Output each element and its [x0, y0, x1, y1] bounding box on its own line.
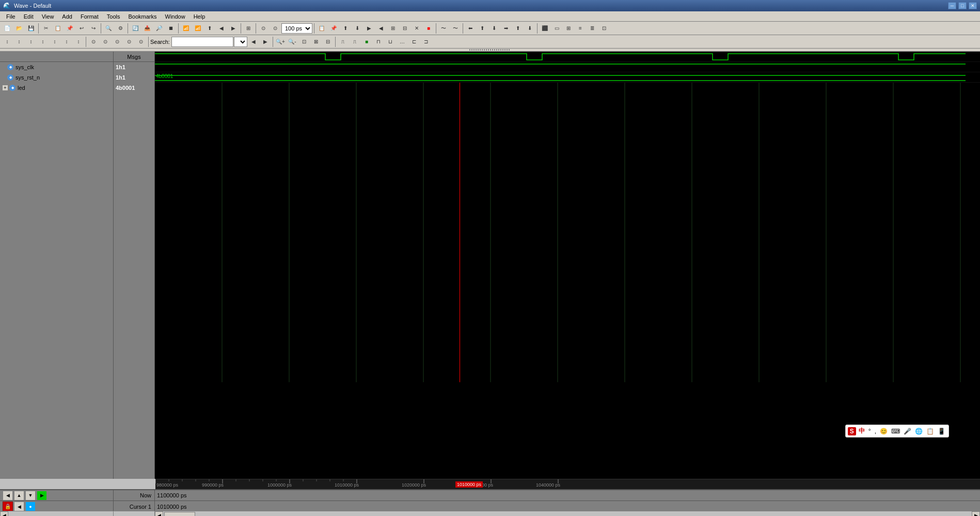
tb-red-button[interactable]: ■ — [423, 23, 434, 34]
tb-reload-button[interactable]: 🔄 — [130, 23, 141, 34]
tb2-zoom-fit-button[interactable]: ⊡ — [298, 36, 310, 48]
tb-mode1-button[interactable]: ⬛ — [539, 23, 550, 34]
tb-mode3-button[interactable]: ⊞ — [563, 23, 574, 34]
signal-row-rst[interactable]: ◆ sys_rst_n — [0, 72, 113, 83]
minimize-button[interactable]: ─ — [948, 2, 956, 9]
tb2-time1-button[interactable]: ⊙ — [88, 36, 99, 48]
tb-signal2-button[interactable]: 📶 — [192, 23, 203, 34]
tb-wave2-button[interactable]: 〜 — [450, 23, 461, 34]
ime-app1-button[interactable]: 📋 — [925, 427, 935, 435]
tb-time-prev-button[interactable]: ⊙ — [258, 23, 269, 34]
tb2-zoom-sel-button[interactable]: ⊟ — [322, 36, 334, 48]
tb-unmark-button[interactable]: ◀ — [375, 23, 387, 34]
ime-s-button[interactable]: S — [848, 427, 856, 435]
scroll-thumb[interactable] — [164, 512, 195, 517]
tb2-time5-button[interactable]: ⊙ — [135, 36, 147, 48]
tb2-zoom-in-button[interactable]: 🔍+ — [275, 36, 286, 48]
tb-backward-button[interactable]: ◀ — [216, 23, 227, 34]
tb-new-button[interactable]: 📄 — [2, 23, 13, 34]
tb2-time4-button[interactable]: ⊙ — [123, 36, 135, 48]
tb2-zoom-full-button[interactable]: ⊠ — [310, 36, 322, 48]
tb2-sig2-button[interactable]: ↕ — [13, 36, 25, 48]
tb-mark-button[interactable]: ▶ — [363, 23, 375, 34]
menu-format[interactable]: Format — [76, 13, 103, 20]
search-input[interactable] — [171, 37, 233, 47]
status-icon1-button[interactable]: ◀ — [14, 502, 24, 511]
tb-mode2-button[interactable]: ▭ — [551, 23, 562, 34]
search-type-select[interactable]: ▼ — [234, 37, 247, 47]
tb-del-marker-button[interactable]: ⊟ — [399, 23, 410, 34]
ime-zh-button[interactable]: 中 — [858, 426, 866, 436]
tb-open-button[interactable]: 📂 — [13, 23, 25, 34]
tb-nav2-button[interactable]: ⬆ — [477, 23, 488, 34]
tb-find-button[interactable]: 🔍 — [103, 23, 114, 34]
tb-cut-button[interactable]: ✂ — [40, 23, 52, 34]
tb2-zoom-out-button[interactable]: 🔍- — [287, 36, 298, 48]
tb-mode5-button[interactable]: ≣ — [587, 23, 598, 34]
tb-up-button[interactable]: ⬆ — [340, 23, 351, 34]
tb-save-button[interactable]: 💾 — [25, 23, 37, 34]
horizontal-scrollbar[interactable]: ◀ ◀ ▶ — [0, 511, 980, 516]
tb2-wave-high-button[interactable]: ⎍ — [337, 36, 349, 48]
tb-copy-button[interactable]: 📋 — [52, 23, 64, 34]
tb2-wave-last-button[interactable]: ⊐ — [420, 36, 432, 48]
tb2-wave-step-button[interactable]: ⊓ — [373, 36, 384, 48]
tb2-time3-button[interactable]: ⊙ — [112, 36, 123, 48]
tb-time-next-button[interactable]: ⊙ — [270, 23, 281, 34]
tb-paste2-button[interactable]: 📌 — [328, 23, 339, 34]
tb-settings-button[interactable]: ⚙ — [115, 23, 126, 34]
tb-nav5-button[interactable]: ⬆ — [512, 23, 524, 34]
tb-paste-button[interactable]: 📌 — [64, 23, 75, 34]
tb-wave1-button[interactable]: 〜 — [438, 23, 449, 34]
tb-mode6-button[interactable]: ⊡ — [598, 23, 610, 34]
tb2-search-next-button[interactable]: ▶ — [260, 36, 271, 48]
tb2-sig3-button[interactable]: ↕ — [25, 36, 37, 48]
tb2-search-prev-button[interactable]: ◀ — [248, 36, 259, 48]
tb2-wave-type-button[interactable]: ⊏ — [408, 36, 420, 48]
tb2-sig6-button[interactable]: ↕ — [61, 36, 72, 48]
menu-file[interactable]: File — [2, 13, 20, 20]
tb-nav6-button[interactable]: ⬇ — [524, 23, 535, 34]
tb-nav3-button[interactable]: ⬇ — [488, 23, 500, 34]
tb2-sig5-button[interactable]: ↕ — [49, 36, 60, 48]
tb-clear-button[interactable]: ✕ — [411, 23, 422, 34]
status-nav1-button[interactable]: ◀ — [3, 491, 13, 501]
ime-keyboard-button[interactable]: ⌨ — [890, 427, 901, 435]
status-nav2-button[interactable]: ▲ — [14, 491, 24, 501]
tb-nav1-button[interactable]: ⬅ — [465, 23, 476, 34]
tb2-wave-fill-button[interactable]: ■ — [361, 36, 372, 48]
signal-row-clk[interactable]: ◆ sys_clk — [0, 62, 113, 72]
tb-add-marker-button[interactable]: ⊞ — [387, 23, 399, 34]
tb-mode4-button[interactable]: ≡ — [575, 23, 586, 34]
menu-add[interactable]: Add — [58, 13, 76, 20]
ime-globe-button[interactable]: 🌐 — [914, 427, 924, 435]
menu-tools[interactable]: Tools — [103, 13, 124, 20]
scroll-track[interactable] — [163, 511, 972, 517]
signal-expand-led[interactable]: + — [2, 85, 8, 91]
menu-window[interactable]: Window — [161, 13, 189, 20]
tb-load-button[interactable]: 📥 — [141, 23, 153, 34]
ime-mic-button[interactable]: 🎤 — [903, 427, 912, 435]
tb-redo-button[interactable]: ↪ — [88, 23, 99, 34]
maximize-button[interactable]: □ — [958, 2, 967, 9]
tb2-sig1-button[interactable]: ↕ — [2, 36, 13, 48]
tb2-sig7-button[interactable]: ↕ — [73, 36, 84, 48]
tb-stop-button[interactable]: ⏹ — [165, 23, 177, 34]
time-unit-select[interactable]: 100 ps 1 ns 10 ns — [281, 23, 312, 34]
menu-view[interactable]: View — [38, 13, 58, 20]
status-icon2-button[interactable]: ● — [25, 502, 36, 511]
tb-undo-button[interactable]: ↩ — [76, 23, 87, 34]
tb-zoom-button[interactable]: 🔎 — [153, 23, 165, 34]
tb2-time2-button[interactable]: ⊙ — [100, 36, 111, 48]
tb-copy2-button[interactable]: 📋 — [316, 23, 327, 34]
scroll-left2-button[interactable]: ◀ — [155, 511, 163, 517]
menu-bookmarks[interactable]: Bookmarks — [124, 13, 161, 20]
status-nav4-button[interactable]: ▶ — [37, 491, 47, 501]
ime-emoji-button[interactable]: 😊 — [879, 427, 889, 435]
signal-row-led[interactable]: + ◆ led — [0, 83, 113, 93]
tb2-wave-bar-button[interactable]: ⎍ — [349, 36, 360, 48]
tb-nav4-button[interactable]: ➡ — [500, 23, 512, 34]
status-nav3-button[interactable]: ▼ — [25, 491, 36, 501]
tb-forward-button[interactable]: ▶ — [228, 23, 239, 34]
close-button[interactable]: ✕ — [969, 2, 977, 9]
